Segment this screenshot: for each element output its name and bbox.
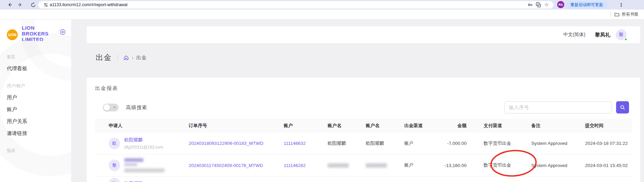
nav-section-user-account: 用户/账户 — [0, 80, 71, 92]
withdraw-channel: 账户 — [399, 154, 438, 176]
col-withdraw-channel: 出金渠道 — [399, 119, 438, 133]
table-row: 黎 20240301174502409-00176_MTWD 111146282 — [95, 154, 632, 176]
redacted-applicant-name-2 — [124, 163, 137, 166]
all-bookmarks-label: 所有书签 — [622, 12, 639, 17]
main-content: 中文(简体) 黎凤礼 黎 出金 › 出金 出金报表 ✕ 高级搜索 — [71, 19, 644, 182]
remark: System Approved — [526, 133, 580, 154]
table-header-row: 申请人 订单序号 账户 账户名 账户名 出金渠道 金额 支付渠道 备注 提交时间 — [95, 119, 632, 133]
col-remark: 备注 — [526, 119, 580, 133]
bookmark-star-icon[interactable]: ☆ — [543, 1, 551, 8]
browser-profile-avatar[interactable]: 凤礼 — [557, 1, 564, 8]
col-account-name-1: 账户名 — [322, 119, 360, 133]
avatar: 欧 — [109, 138, 120, 149]
nav-section-reports: 报表 — [0, 145, 71, 156]
svg-text:文: 文 — [537, 3, 539, 5]
brand-line-2: BROKERS — [22, 31, 53, 36]
col-order-no: 订单序号 — [183, 119, 278, 133]
col-amount: 金额 — [438, 119, 467, 133]
page-header: 出金 › 出金 — [87, 47, 640, 69]
serial-search-input[interactable] — [504, 101, 612, 113]
card-title: 出金报表 — [95, 85, 632, 92]
sidebar-item-users[interactable]: 用户 — [0, 92, 71, 104]
redacted-applicant-email — [124, 168, 164, 172]
home-icon[interactable] — [123, 55, 129, 61]
breadcrumb-chevron-icon: › — [132, 55, 133, 60]
user-avatar[interactable]: 黎 — [616, 29, 627, 40]
withdrawal-report-card: 出金报表 ✕ 高级搜索 — [87, 78, 640, 182]
sidebar-item-invite-link[interactable]: 邀请链接 — [0, 127, 71, 139]
account-name-2: 欧阳耀麟 — [360, 133, 399, 154]
account-name-1: 欧阳耀麟 — [322, 133, 360, 154]
sidebar-item-user-relations[interactable]: 用户关系 — [0, 116, 71, 127]
withdrawal-table: 申请人 订单序号 账户 账户名 账户名 出金渠道 金额 支付渠道 备注 提交时间 — [95, 119, 632, 182]
brand-line-1: LION — [22, 25, 53, 31]
col-account-name-2: 账户名 — [360, 119, 399, 133]
applicant-name-link[interactable]: 欧阳耀麟 — [124, 181, 143, 182]
chrome-update-button[interactable]: 重新启动即可更新 — [566, 1, 608, 9]
refresh-icon[interactable] — [28, 1, 38, 9]
withdraw-channel: 账户 — [399, 133, 438, 154]
submit-time: 2024-03-01 15:45:02 — [580, 154, 632, 176]
submit-time: 2024-03-18 07:31:22 — [580, 133, 632, 154]
all-bookmarks-button[interactable]: 所有书签 — [611, 10, 644, 19]
page-title: 出金 — [96, 52, 112, 63]
search-icon — [620, 105, 625, 110]
user-avatar-initial: 黎 — [619, 32, 624, 38]
brand-name: LION BROKERS LIMITED — [22, 25, 53, 41]
sidebar: UON LION BROKERS LIMITED 首页 代理看板 用户/账户 用… — [0, 19, 71, 182]
table-row: 欧 欧阳耀麟 dfg200311@163.com 202403180931229… — [95, 133, 632, 154]
avatar: 黎 — [109, 160, 120, 171]
brand-logo: UON LION BROKERS LIMITED — [0, 19, 71, 41]
table-row: 欧 欧阳耀麟 — [95, 176, 632, 182]
col-applicant: 申请人 — [95, 119, 183, 133]
bookmarks-bar: 所有书签 — [0, 10, 644, 19]
col-payment-channel: 支付渠道 — [467, 119, 526, 133]
account-link[interactable]: 111146632 — [284, 141, 306, 146]
folder-icon — [614, 12, 619, 17]
current-username[interactable]: 黎凤礼 — [595, 32, 610, 38]
order-no-link[interactable]: 20240301174502409-00176_MTWD — [189, 163, 263, 168]
forward-icon[interactable] — [15, 1, 25, 9]
amount: -7,000.00 — [438, 133, 467, 154]
remark: System Approved — [526, 154, 580, 176]
translate-icon[interactable]: 文 — [534, 1, 543, 8]
address-bar[interactable]: a1133.lioncrm12.com/#/report-withdrawal … — [38, 1, 553, 9]
language-selector[interactable]: 中文(简体) — [563, 32, 585, 38]
online-status-dot — [624, 38, 627, 41]
nav-section-home: 首页 — [0, 51, 71, 63]
account-link[interactable]: 111146282 — [284, 163, 306, 168]
advanced-search-toggle[interactable]: ✕ — [103, 104, 119, 111]
browser-toolbar: a1133.lioncrm12.com/#/report-withdrawal … — [0, 0, 644, 10]
col-account: 账户 — [278, 119, 322, 133]
sidebar-nav: 首页 代理看板 用户/账户 用户 账户 用户关系 邀请链接 报表 — [0, 41, 71, 156]
toggle-knob — [104, 104, 110, 111]
search-button[interactable] — [616, 101, 629, 113]
advanced-search-label: 高级搜索 — [126, 104, 147, 111]
back-icon[interactable] — [5, 1, 15, 9]
url-text[interactable]: a1133.lioncrm12.com/#/report-withdrawal — [50, 2, 127, 7]
order-no-link[interactable]: 20240318093122906-00183_MTWD — [189, 141, 263, 146]
avatar: 欧 — [109, 178, 120, 182]
title-divider — [117, 54, 118, 61]
lion-logo-icon: UON — [7, 29, 18, 40]
payment-channel: 数字货币出金 — [467, 154, 526, 176]
brand-line-3: LIMITED — [22, 36, 53, 41]
filter-row: ✕ 高级搜索 — [95, 101, 632, 113]
sidebar-collapse-icon[interactable] — [60, 29, 66, 35]
sidebar-item-accounts[interactable]: 账户 — [0, 104, 71, 116]
amount: -13,160.00 — [438, 154, 467, 176]
col-submit-time: 提交时间 — [580, 119, 632, 133]
sidebar-item-agent-dashboard[interactable]: 代理看板 — [0, 63, 71, 75]
applicant-email: dfg200311@163.com — [124, 145, 163, 150]
password-key-icon[interactable] — [526, 1, 534, 8]
redacted-account-name-1 — [328, 163, 349, 168]
applicant-name-link[interactable]: 欧阳耀麟 — [124, 137, 163, 143]
browser-menu-icon[interactable]: ⋮ — [618, 1, 624, 9]
breadcrumb-current[interactable]: 出金 — [136, 55, 147, 61]
app-topbar: 中文(简体) 黎凤礼 黎 — [87, 26, 640, 43]
site-settings-icon[interactable] — [42, 1, 50, 8]
bookmarks-divider — [611, 12, 611, 17]
redacted-account-name-2 — [366, 163, 387, 168]
toggle-off-x-icon: ✕ — [113, 104, 116, 111]
redacted-applicant-name — [124, 158, 143, 162]
